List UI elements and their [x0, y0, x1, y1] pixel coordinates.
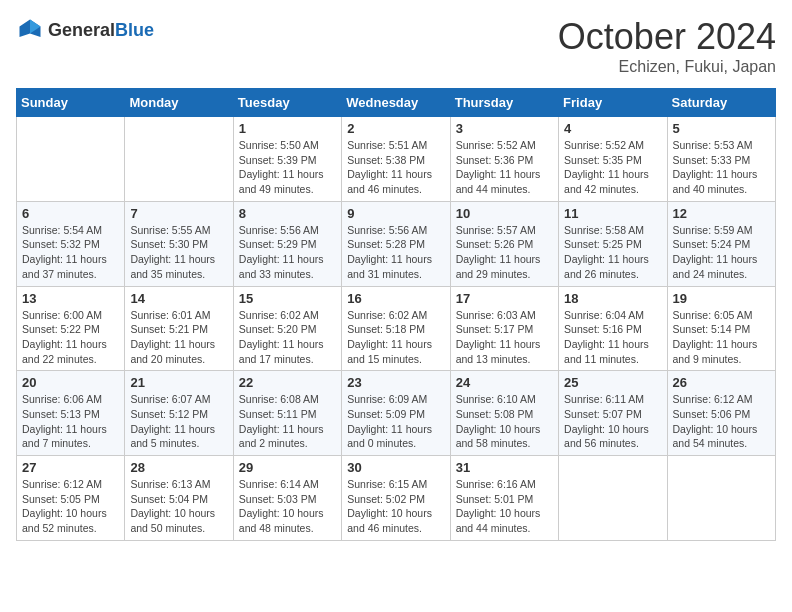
calendar-day-cell: 16Sunrise: 6:02 AMSunset: 5:18 PMDayligh…	[342, 286, 450, 371]
day-number: 6	[22, 206, 119, 221]
day-detail: Sunrise: 5:51 AMSunset: 5:38 PMDaylight:…	[347, 138, 444, 197]
title-block: October 2024 Echizen, Fukui, Japan	[558, 16, 776, 76]
day-of-week-header: Sunday	[17, 89, 125, 117]
day-detail: Sunrise: 6:12 AMSunset: 5:06 PMDaylight:…	[673, 392, 770, 451]
calendar-day-cell: 23Sunrise: 6:09 AMSunset: 5:09 PMDayligh…	[342, 371, 450, 456]
day-detail: Sunrise: 5:54 AMSunset: 5:32 PMDaylight:…	[22, 223, 119, 282]
calendar-day-cell: 1Sunrise: 5:50 AMSunset: 5:39 PMDaylight…	[233, 117, 341, 202]
day-detail: Sunrise: 6:10 AMSunset: 5:08 PMDaylight:…	[456, 392, 553, 451]
day-detail: Sunrise: 5:56 AMSunset: 5:29 PMDaylight:…	[239, 223, 336, 282]
day-detail: Sunrise: 5:50 AMSunset: 5:39 PMDaylight:…	[239, 138, 336, 197]
calendar-week-row: 13Sunrise: 6:00 AMSunset: 5:22 PMDayligh…	[17, 286, 776, 371]
calendar-day-cell: 3Sunrise: 5:52 AMSunset: 5:36 PMDaylight…	[450, 117, 558, 202]
calendar-day-cell: 7Sunrise: 5:55 AMSunset: 5:30 PMDaylight…	[125, 201, 233, 286]
calendar-day-cell: 19Sunrise: 6:05 AMSunset: 5:14 PMDayligh…	[667, 286, 775, 371]
day-number: 4	[564, 121, 661, 136]
day-number: 30	[347, 460, 444, 475]
day-detail: Sunrise: 6:07 AMSunset: 5:12 PMDaylight:…	[130, 392, 227, 451]
calendar-day-cell: 5Sunrise: 5:53 AMSunset: 5:33 PMDaylight…	[667, 117, 775, 202]
day-number: 10	[456, 206, 553, 221]
calendar-day-cell: 18Sunrise: 6:04 AMSunset: 5:16 PMDayligh…	[559, 286, 667, 371]
day-number: 24	[456, 375, 553, 390]
location: Echizen, Fukui, Japan	[558, 58, 776, 76]
day-number: 25	[564, 375, 661, 390]
day-detail: Sunrise: 6:03 AMSunset: 5:17 PMDaylight:…	[456, 308, 553, 367]
day-number: 21	[130, 375, 227, 390]
day-detail: Sunrise: 6:05 AMSunset: 5:14 PMDaylight:…	[673, 308, 770, 367]
day-detail: Sunrise: 5:53 AMSunset: 5:33 PMDaylight:…	[673, 138, 770, 197]
day-of-week-header: Saturday	[667, 89, 775, 117]
day-number: 16	[347, 291, 444, 306]
calendar-day-cell	[17, 117, 125, 202]
calendar-day-cell: 20Sunrise: 6:06 AMSunset: 5:13 PMDayligh…	[17, 371, 125, 456]
day-detail: Sunrise: 6:15 AMSunset: 5:02 PMDaylight:…	[347, 477, 444, 536]
day-of-week-header: Monday	[125, 89, 233, 117]
day-number: 12	[673, 206, 770, 221]
day-number: 18	[564, 291, 661, 306]
day-number: 15	[239, 291, 336, 306]
calendar-table: SundayMondayTuesdayWednesdayThursdayFrid…	[16, 88, 776, 541]
calendar-day-cell: 9Sunrise: 5:56 AMSunset: 5:28 PMDaylight…	[342, 201, 450, 286]
calendar-day-cell: 31Sunrise: 6:16 AMSunset: 5:01 PMDayligh…	[450, 456, 558, 541]
day-of-week-header: Tuesday	[233, 89, 341, 117]
calendar-week-row: 1Sunrise: 5:50 AMSunset: 5:39 PMDaylight…	[17, 117, 776, 202]
calendar-day-cell: 2Sunrise: 5:51 AMSunset: 5:38 PMDaylight…	[342, 117, 450, 202]
day-detail: Sunrise: 5:52 AMSunset: 5:35 PMDaylight:…	[564, 138, 661, 197]
calendar-day-cell: 15Sunrise: 6:02 AMSunset: 5:20 PMDayligh…	[233, 286, 341, 371]
day-number: 26	[673, 375, 770, 390]
day-detail: Sunrise: 6:16 AMSunset: 5:01 PMDaylight:…	[456, 477, 553, 536]
calendar-day-cell: 10Sunrise: 5:57 AMSunset: 5:26 PMDayligh…	[450, 201, 558, 286]
day-of-week-header: Friday	[559, 89, 667, 117]
calendar-day-cell: 14Sunrise: 6:01 AMSunset: 5:21 PMDayligh…	[125, 286, 233, 371]
day-detail: Sunrise: 5:57 AMSunset: 5:26 PMDaylight:…	[456, 223, 553, 282]
day-number: 31	[456, 460, 553, 475]
day-number: 9	[347, 206, 444, 221]
day-detail: Sunrise: 6:02 AMSunset: 5:20 PMDaylight:…	[239, 308, 336, 367]
calendar-day-cell: 11Sunrise: 5:58 AMSunset: 5:25 PMDayligh…	[559, 201, 667, 286]
day-number: 7	[130, 206, 227, 221]
day-detail: Sunrise: 6:12 AMSunset: 5:05 PMDaylight:…	[22, 477, 119, 536]
day-number: 17	[456, 291, 553, 306]
day-detail: Sunrise: 6:14 AMSunset: 5:03 PMDaylight:…	[239, 477, 336, 536]
day-detail: Sunrise: 6:11 AMSunset: 5:07 PMDaylight:…	[564, 392, 661, 451]
calendar-day-cell: 13Sunrise: 6:00 AMSunset: 5:22 PMDayligh…	[17, 286, 125, 371]
calendar-day-cell: 29Sunrise: 6:14 AMSunset: 5:03 PMDayligh…	[233, 456, 341, 541]
day-number: 14	[130, 291, 227, 306]
day-number: 3	[456, 121, 553, 136]
month-title: October 2024	[558, 16, 776, 58]
calendar-day-cell	[667, 456, 775, 541]
day-of-week-header: Thursday	[450, 89, 558, 117]
calendar-day-cell: 21Sunrise: 6:07 AMSunset: 5:12 PMDayligh…	[125, 371, 233, 456]
calendar-week-row: 20Sunrise: 6:06 AMSunset: 5:13 PMDayligh…	[17, 371, 776, 456]
day-number: 11	[564, 206, 661, 221]
calendar-header-row: SundayMondayTuesdayWednesdayThursdayFrid…	[17, 89, 776, 117]
day-detail: Sunrise: 5:55 AMSunset: 5:30 PMDaylight:…	[130, 223, 227, 282]
calendar-day-cell: 25Sunrise: 6:11 AMSunset: 5:07 PMDayligh…	[559, 371, 667, 456]
calendar-day-cell: 24Sunrise: 6:10 AMSunset: 5:08 PMDayligh…	[450, 371, 558, 456]
calendar-day-cell: 27Sunrise: 6:12 AMSunset: 5:05 PMDayligh…	[17, 456, 125, 541]
day-number: 19	[673, 291, 770, 306]
calendar-day-cell: 8Sunrise: 5:56 AMSunset: 5:29 PMDaylight…	[233, 201, 341, 286]
calendar-day-cell: 28Sunrise: 6:13 AMSunset: 5:04 PMDayligh…	[125, 456, 233, 541]
day-number: 20	[22, 375, 119, 390]
day-detail: Sunrise: 6:13 AMSunset: 5:04 PMDaylight:…	[130, 477, 227, 536]
calendar-day-cell: 12Sunrise: 5:59 AMSunset: 5:24 PMDayligh…	[667, 201, 775, 286]
calendar-week-row: 6Sunrise: 5:54 AMSunset: 5:32 PMDaylight…	[17, 201, 776, 286]
day-detail: Sunrise: 6:06 AMSunset: 5:13 PMDaylight:…	[22, 392, 119, 451]
day-number: 22	[239, 375, 336, 390]
logo-blue: Blue	[115, 20, 154, 41]
day-number: 2	[347, 121, 444, 136]
logo-icon	[16, 16, 44, 44]
day-detail: Sunrise: 6:09 AMSunset: 5:09 PMDaylight:…	[347, 392, 444, 451]
calendar-week-row: 27Sunrise: 6:12 AMSunset: 5:05 PMDayligh…	[17, 456, 776, 541]
page-header: General Blue October 2024 Echizen, Fukui…	[16, 16, 776, 76]
logo-general: General	[48, 20, 115, 41]
calendar-day-cell: 6Sunrise: 5:54 AMSunset: 5:32 PMDaylight…	[17, 201, 125, 286]
day-detail: Sunrise: 6:00 AMSunset: 5:22 PMDaylight:…	[22, 308, 119, 367]
calendar-day-cell: 17Sunrise: 6:03 AMSunset: 5:17 PMDayligh…	[450, 286, 558, 371]
day-number: 1	[239, 121, 336, 136]
day-detail: Sunrise: 6:02 AMSunset: 5:18 PMDaylight:…	[347, 308, 444, 367]
day-detail: Sunrise: 5:56 AMSunset: 5:28 PMDaylight:…	[347, 223, 444, 282]
day-number: 8	[239, 206, 336, 221]
calendar-day-cell: 26Sunrise: 6:12 AMSunset: 5:06 PMDayligh…	[667, 371, 775, 456]
